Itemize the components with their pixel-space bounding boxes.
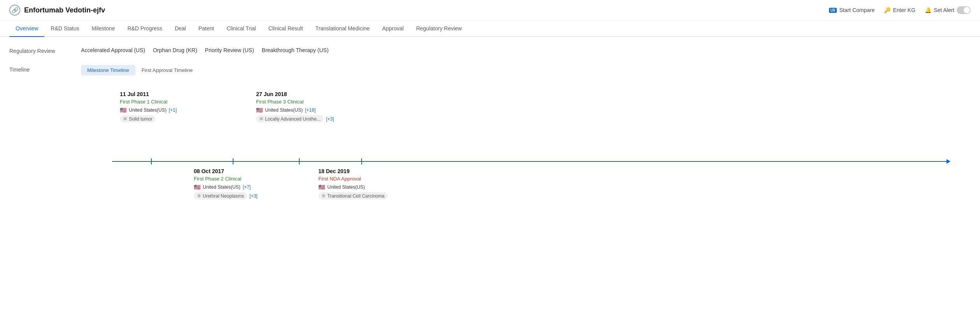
milestone-nda-approval: 18 Dec 2019 First NDA Approval 🇺🇸 United… [318,168,388,200]
location-text-1: United States(US) [129,107,167,113]
tick-2 [233,158,234,165]
regulatory-review-section: Regulatory Review Accelerated Approval (… [9,46,971,54]
regulatory-review-label: Regulatory Review [9,46,72,54]
tab-rd-status[interactable]: R&D Status [44,21,85,37]
tag-label-3: Locally Advanced Urothe... [265,116,321,122]
alert-label: Set Alert [934,7,954,13]
content-area: Regulatory Review Accelerated Approval (… [0,37,980,240]
plus-badge-3[interactable]: [+18] [305,107,316,113]
tick-3 [299,158,300,165]
alert-icon: 🔔 [925,7,931,13]
milestone-location-3: 🇺🇸 United States(US) [+18] [256,107,334,113]
plus-badge-1[interactable]: [+1] [169,107,177,113]
milestone-type-4: First NDA Approval [318,176,388,182]
tab-regulatory-review[interactable]: Regulatory Review [410,21,468,37]
tag-row-3: ❄ Locally Advanced Urothe... [+3] [256,115,334,123]
milestone-location-1: 🇺🇸 United States(US) [+1] [120,107,177,113]
alert-toggle[interactable] [957,6,971,14]
tab-translational-medicine[interactable]: Translational Medicine [309,21,376,37]
nav-tabs: Overview R&D Status Milestone R&D Progre… [0,21,980,37]
tab-approval[interactable]: Approval [376,21,410,37]
snowflake-icon-1: ❄ [123,116,127,122]
milestone-tag-1: ❄ Solid tumor [120,115,156,123]
timeline-axis [112,161,947,162]
milestone-type-1: First Phase 1 Clinical [120,99,177,105]
enter-kg-button[interactable]: 🔑 Enter KG [884,7,915,13]
timeline-visualization: 11 Jul 2011 First Phase 1 Clinical 🇺🇸 Un… [81,87,971,219]
tab-overview[interactable]: Overview [9,21,44,37]
milestone-location-4: 🇺🇸 United States(US) [318,184,388,190]
reg-item-2: Orphan Drug (KR) [153,47,197,53]
plus-badge-2[interactable]: [+7] [243,184,251,190]
milestone-tag-3: ❄ Locally Advanced Urothe... [256,115,324,123]
tag-container-4: ❄ Transitional Cell Carcinoma [318,192,388,200]
page-title: Enfortumab Vedotin-ejfv [24,6,105,14]
snowflake-icon-3: ❄ [259,116,263,122]
tab-patent[interactable]: Patent [192,21,220,37]
timeline-content: Milestone Timeline First Approval Timeli… [81,65,971,219]
milestone-date-2: 08 Oct 2017 [194,168,257,174]
tag-label-1: Solid tumor [129,116,153,122]
location-text-2: United States(US) [203,184,241,190]
milestone-location-2: 🇺🇸 United States(US) [+7] [194,184,257,190]
tab-clinical-result[interactable]: Clinical Result [262,21,309,37]
timeline-tabs: Milestone Timeline First Approval Timeli… [81,65,971,75]
flag-us-4: 🇺🇸 [318,184,325,190]
reg-item-1: Accelerated Approval (US) [81,47,145,53]
header-left: 🔗 Enfortumab Vedotin-ejfv [9,5,105,16]
location-text-4: United States(US) [327,184,365,190]
location-text-3: United States(US) [265,107,303,113]
compare-label: Start Compare [839,7,875,13]
milestone-tag-2: ❄ Urethral Neoplasms [194,192,247,200]
milestone-phase2-clinical: 08 Oct 2017 First Phase 2 Clinical 🇺🇸 Un… [194,168,257,200]
flag-us-3: 🇺🇸 [256,107,263,113]
timeline-label: Timeline [9,65,72,73]
header: 🔗 Enfortumab Vedotin-ejfv U5 Start Compa… [0,0,980,21]
tag-label-4: Transitional Cell Carcinoma [327,193,385,199]
milestone-phase1-clinical: 11 Jul 2011 First Phase 1 Clinical 🇺🇸 Un… [120,91,177,123]
compare-badge: U5 [829,8,837,13]
milestone-date-1: 11 Jul 2011 [120,91,177,97]
tab-milestone-timeline[interactable]: Milestone Timeline [81,65,135,75]
tab-deal[interactable]: Deal [169,21,192,37]
snowflake-icon-2: ❄ [197,193,201,199]
milestone-date-4: 18 Dec 2019 [318,168,388,174]
tab-milestone[interactable]: Milestone [86,21,121,37]
tag-container-1: ❄ Solid tumor [120,115,177,123]
milestone-type-2: First Phase 2 Clinical [194,176,257,182]
tab-first-approval-timeline[interactable]: First Approval Timeline [135,65,199,75]
flag-us-1: 🇺🇸 [120,107,126,113]
regulatory-review-items: Accelerated Approval (US) Orphan Drug (K… [81,46,971,53]
kg-icon: 🔑 [884,7,890,13]
reg-item-4: Breakthrough Therapy (US) [262,47,329,53]
set-alert-action: 🔔 Set Alert [925,6,971,14]
snowflake-icon-4: ❄ [321,193,326,199]
header-right: U5 Start Compare 🔑 Enter KG 🔔 Set Alert [829,6,971,14]
tick-1 [151,158,152,165]
tag-plus-3[interactable]: [+3] [326,116,334,122]
flag-us-2: 🇺🇸 [194,184,200,190]
tab-clinical-trial[interactable]: Clinical Trial [220,21,262,37]
tag-plus-2[interactable]: [+3] [249,193,257,199]
tick-4 [361,158,362,165]
milestone-date-3: 27 Jun 2018 [256,91,334,97]
tag-row-2: ❄ Urethral Neoplasms [+3] [194,192,257,200]
milestone-tag-4: ❄ Transitional Cell Carcinoma [318,192,388,200]
link-icon: 🔗 [9,5,20,16]
tab-rd-progress[interactable]: R&D Progress [121,21,168,37]
milestone-phase3-clinical: 27 Jun 2018 First Phase 3 Clinical 🇺🇸 Un… [256,91,334,123]
kg-label: Enter KG [893,7,915,13]
milestone-type-3: First Phase 3 Clinical [256,99,334,105]
tag-label-2: Urethral Neoplasms [203,193,244,199]
reg-item-3: Priority Review (US) [205,47,254,53]
timeline-section: Timeline Milestone Timeline First Approv… [9,65,971,219]
start-compare-button[interactable]: U5 Start Compare [829,7,875,13]
